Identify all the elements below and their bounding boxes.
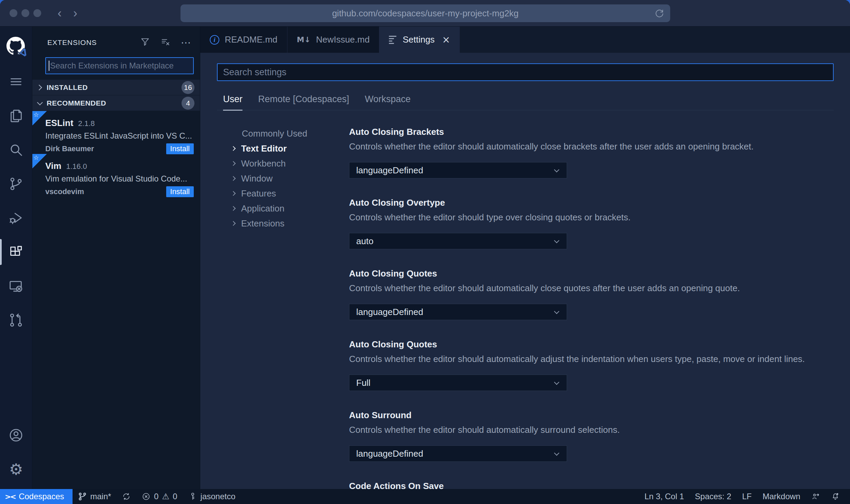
- eol-item[interactable]: LF: [737, 489, 757, 504]
- sync-status-item[interactable]: [116, 489, 136, 504]
- scope-tab-remote[interactable]: Remote [Codespaces]: [258, 94, 349, 110]
- extension-version: 1.16.0: [66, 162, 87, 171]
- section-recommended[interactable]: RECOMMENDED 4: [32, 95, 200, 111]
- setting-dropdown[interactable]: auto: [349, 233, 567, 249]
- toc-application[interactable]: Application: [232, 201, 349, 216]
- menu-icon[interactable]: [0, 65, 32, 99]
- toc-extensions[interactable]: Extensions: [232, 216, 349, 231]
- clear-search-results-icon[interactable]: [160, 37, 171, 48]
- filter-icon[interactable]: [140, 37, 150, 48]
- remote-icon: ><: [5, 492, 15, 501]
- setting-title: Auto Surround: [349, 409, 830, 421]
- extension-list-item-eslint[interactable]: ☆ ESLint 2.1.8 Integrates ESLint JavaScr…: [32, 111, 200, 154]
- setting-auto-indent: Auto Closing Quotes Controls whether the…: [349, 338, 830, 391]
- warning-icon: ⚠: [162, 492, 170, 501]
- extension-publisher: Dirk Baeumer: [45, 144, 166, 153]
- recommended-ribbon: ☆: [32, 111, 47, 125]
- chevron-down-icon: [554, 309, 560, 314]
- setting-description: Controls whether the editor should autom…: [349, 282, 830, 294]
- scope-tab-user[interactable]: User: [223, 94, 242, 110]
- setting-dropdown[interactable]: languageDefined: [349, 445, 567, 462]
- toc-commonly-used[interactable]: Commonly Used: [232, 126, 349, 141]
- feedback-status-item[interactable]: [806, 489, 825, 504]
- setting-dropdown[interactable]: Full: [349, 375, 567, 391]
- setting-description: Controls whether the editor should autom…: [349, 141, 830, 152]
- installed-count-badge: 16: [182, 81, 194, 94]
- url-bar[interactable]: github.com/codespaces/user-my-project-mg…: [180, 4, 670, 22]
- activity-bar: ⚙: [0, 27, 32, 489]
- language-mode-item[interactable]: Markdown: [757, 489, 806, 504]
- setting-description: Controls whether the editor should autom…: [349, 424, 830, 436]
- chevron-down-icon: [554, 167, 560, 172]
- sync-icon: [122, 492, 131, 501]
- pull-request-icon[interactable]: [0, 303, 32, 337]
- browser-titlebar: ‹ › github.com/codespaces/user-my-projec…: [0, 0, 850, 27]
- source-control-icon[interactable]: [0, 167, 32, 201]
- extension-name: Vim: [45, 161, 61, 171]
- tab-label: Settings: [403, 34, 435, 45]
- setting-dropdown[interactable]: languageDefined: [349, 304, 567, 320]
- extensions-icon[interactable]: [0, 235, 32, 269]
- vscode-logo-icon: [16, 47, 28, 59]
- extensions-search-input[interactable]: [50, 61, 193, 70]
- extensions-sidebar: EXTENSIONS ⋯ INSTALLED 16: [32, 27, 200, 489]
- problems-status-item[interactable]: 0 ⚠ 0: [136, 489, 183, 504]
- branch-status-item[interactable]: main*: [73, 489, 116, 504]
- recommended-ribbon: ☆: [32, 154, 47, 168]
- search-icon[interactable]: [0, 133, 32, 167]
- codespaces-remote-indicator[interactable]: >< Codespaces: [0, 489, 73, 504]
- toc-features[interactable]: Features: [232, 186, 349, 201]
- reload-icon[interactable]: [654, 8, 665, 19]
- extension-list-item-vim[interactable]: ☆ Vim 1.16.0 Vim emulation for Visual St…: [32, 154, 200, 197]
- chevron-down-icon: [554, 238, 560, 243]
- tab-readme[interactable]: i README.md: [200, 27, 287, 53]
- tab-newissue[interactable]: M↓ NewIssue.md: [287, 27, 380, 53]
- recommended-count-badge: 4: [182, 97, 194, 110]
- notifications-status-item[interactable]: [825, 489, 845, 504]
- setting-title: Auto Closing Brackets: [349, 126, 830, 138]
- toc-workbench[interactable]: Workbench: [232, 156, 349, 171]
- close-icon[interactable]: ×: [442, 34, 450, 45]
- settings-gear-icon[interactable]: ⚙: [0, 452, 32, 486]
- back-icon[interactable]: ‹: [58, 7, 62, 19]
- setting-auto-closing-quotes: Auto Closing Quotes Controls whether the…: [349, 268, 830, 320]
- chevron-right-icon: [231, 146, 236, 151]
- remote-explorer-icon[interactable]: [0, 269, 32, 303]
- explorer-icon[interactable]: [0, 99, 32, 133]
- close-window-button[interactable]: [10, 9, 17, 17]
- settings-search-input[interactable]: [218, 67, 833, 78]
- section-label: INSTALLED: [47, 83, 182, 92]
- install-button[interactable]: Install: [166, 143, 194, 154]
- forward-icon[interactable]: ›: [73, 7, 77, 19]
- warning-count: 0: [173, 492, 177, 501]
- cursor-position-item[interactable]: Ln 3, Col 1: [639, 489, 689, 504]
- chevron-right-icon: [231, 221, 236, 226]
- remote-label: Codespaces: [19, 492, 64, 501]
- account-icon[interactable]: [0, 418, 32, 452]
- indentation-item[interactable]: Spaces: 2: [690, 489, 737, 504]
- extensions-search-box: [45, 57, 194, 74]
- more-actions-icon[interactable]: ⋯: [181, 37, 191, 48]
- scope-tab-workspace[interactable]: Workspace: [365, 94, 411, 110]
- chevron-down-icon: [554, 450, 560, 456]
- maximize-window-button[interactable]: [33, 9, 41, 17]
- settings-entries: Auto Closing Brackets Controls whether t…: [349, 126, 850, 489]
- branch-name: main*: [90, 492, 111, 501]
- toc-window[interactable]: Window: [232, 171, 349, 186]
- settings-toc: Commonly Used Text Editor Workbench: [200, 126, 349, 489]
- run-debug-icon[interactable]: [0, 201, 32, 235]
- install-button[interactable]: Install: [166, 186, 194, 197]
- setting-dropdown[interactable]: languageDefined: [349, 162, 567, 178]
- extension-publisher: vscodevim: [45, 187, 166, 196]
- user-status-item[interactable]: jasonetco: [183, 489, 241, 504]
- setting-title: Auto Closing Quotes: [349, 338, 830, 350]
- minimize-window-button[interactable]: [21, 9, 29, 17]
- star-icon: ☆: [33, 111, 39, 118]
- section-installed[interactable]: INSTALLED 16: [32, 80, 200, 95]
- feedback-icon: [811, 492, 820, 501]
- sidebar-title: EXTENSIONS: [47, 38, 140, 47]
- settings-scope-tabs: User Remote [Codespaces] Workspace: [223, 94, 850, 110]
- editor-area: i README.md M↓ NewIssue.md Settings ×: [200, 27, 850, 489]
- toc-text-editor[interactable]: Text Editor: [232, 141, 349, 156]
- tab-settings[interactable]: Settings ×: [379, 27, 459, 53]
